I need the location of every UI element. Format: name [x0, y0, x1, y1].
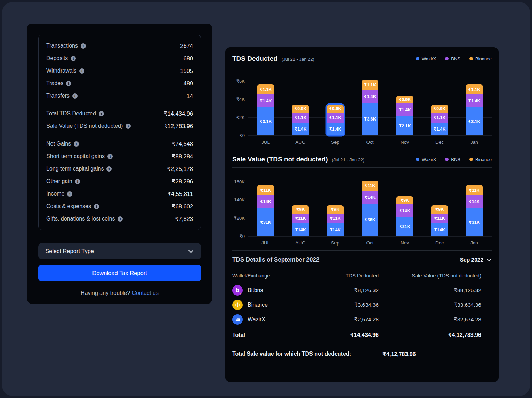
info-icon[interactable]: i — [81, 43, 86, 49]
sale-value-legend: WazirXBNSBinance — [416, 157, 492, 162]
bar-nov[interactable]: ₹2.1K₹1.4K₹0.9K — [396, 96, 413, 135]
segment-binance: ₹11K — [466, 185, 483, 195]
segment-bns: ₹1.4K — [466, 94, 483, 107]
info-icon[interactable]: i — [67, 191, 72, 197]
stat-label: Net Gainsi — [46, 141, 79, 147]
stat-label: Tradesi — [46, 80, 71, 86]
segment-wazirx: ₹14K — [327, 223, 344, 236]
bar-aug[interactable]: ₹1.4K₹1.1K₹0.9K — [292, 105, 309, 135]
info-icon[interactable]: i — [99, 111, 104, 116]
info-icon[interactable]: i — [74, 141, 79, 147]
bar-dec[interactable]: ₹14K₹11K₹9K — [431, 205, 448, 236]
tds-table-total-row: Total ₹14,434.96 ₹4,12,783.96 — [232, 327, 492, 343]
segment-binance: ₹11K — [257, 185, 274, 195]
segment-bns: ₹14K — [466, 195, 483, 208]
tds-deducted-value: ₹2,674.28 — [313, 316, 379, 323]
trouble-text: Having any trouble? — [81, 290, 130, 296]
legend-dot — [416, 158, 419, 161]
segment-binance: ₹9K — [292, 205, 309, 214]
bar-sep[interactable]: ₹1.4K₹1.1K₹0.9K — [327, 105, 344, 135]
stat-value: ₹7,823 — [175, 216, 193, 222]
download-tax-report-button[interactable]: Download Tax Report — [38, 265, 201, 281]
segment-bns: ₹11K — [292, 214, 309, 224]
bar-jan[interactable]: ₹31K₹14K₹11K — [466, 185, 483, 236]
y-axis-labels: ₹6K₹4K₹2K₹0 — [232, 81, 248, 135]
segment-bns: ₹14K — [257, 195, 274, 208]
segment-bns: ₹14K — [362, 191, 378, 204]
plot-area: ₹31K₹14K₹11K₹14K₹11K₹9K₹14K₹11K₹9K₹36K₹1… — [248, 182, 492, 236]
segment-wazirx: ₹3.6K — [362, 103, 378, 135]
bar-jan[interactable]: ₹3.1K₹1.4K₹1.1K — [466, 84, 483, 135]
stat-value: ₹14,434.96 — [164, 110, 193, 117]
segment-bns: ₹1.1K — [327, 113, 344, 123]
legend-item-binance[interactable]: Binance — [469, 157, 492, 162]
tds-table-body: b.Bitbns₹8,126.32₹88,126.32Binance₹3,634… — [232, 283, 492, 327]
info-icon[interactable]: i — [75, 179, 80, 184]
info-icon[interactable]: i — [106, 166, 112, 172]
segment-bns: ₹1.4K — [362, 90, 378, 103]
stat-value: 489 — [183, 80, 193, 87]
group-divider — [46, 105, 193, 105]
table-row: WazirX₹2,674.28₹32,674.28 — [232, 312, 492, 327]
bar-jul[interactable]: ₹31K₹14K₹11K — [257, 185, 274, 236]
legend-item-wazirx[interactable]: WazirX — [416, 157, 436, 162]
stat-row: Net Gainsi₹74,548 — [46, 138, 193, 150]
info-icon[interactable]: i — [107, 154, 113, 159]
table-row: b.Bitbns₹8,126.32₹88,126.32 — [232, 283, 492, 298]
bar-oct[interactable]: ₹36K₹14K₹11K — [362, 181, 378, 236]
tds-deducted-value: ₹3,634.36 — [313, 302, 379, 308]
stat-row: Gifts, donations & lost coinsi₹7,823 — [46, 213, 193, 225]
info-icon[interactable]: i — [118, 216, 123, 222]
total-tds-value: ₹14,434.96 — [313, 332, 379, 338]
bar-dec[interactable]: ₹1.4K₹1.1K₹0.9K — [431, 105, 448, 135]
exchange-name: Binance — [248, 302, 268, 308]
info-icon[interactable]: i — [94, 204, 99, 209]
report-type-select-label: Select Report Type — [45, 248, 94, 255]
segment-binance: ₹11K — [362, 181, 378, 191]
tds-deducted-daterange: (Jul 21 - Jan 22) — [282, 56, 314, 62]
info-icon[interactable]: i — [66, 81, 71, 86]
stat-value: ₹4,55,811 — [167, 191, 193, 197]
tds-details-title: TDS Details of September 2022 — [232, 256, 319, 263]
legend-dot — [469, 57, 473, 60]
segment-wazirx: ₹3.1K — [257, 107, 274, 135]
y-axis-labels: ₹60K₹40K₹20K₹0 — [232, 182, 248, 236]
segment-binance: ₹9K — [396, 196, 413, 205]
segment-binance: ₹9K — [327, 205, 344, 214]
stat-value: ₹88,284 — [172, 153, 193, 160]
segment-wazirx: ₹14K — [431, 223, 448, 236]
month-selector-value: Sep 2022 — [460, 257, 483, 263]
report-type-select[interactable]: Select Report Type — [38, 243, 201, 259]
bar-jul[interactable]: ₹3.1K₹1.4K₹1.1K — [257, 84, 274, 135]
info-icon[interactable]: i — [126, 124, 131, 129]
x-axis-labels: JULAUGSepOctNovDecJan — [248, 240, 492, 246]
segment-binance: ₹0.9K — [396, 96, 413, 104]
stat-label: Short term capital gainsi — [46, 153, 113, 159]
legend-item-bns[interactable]: BNS — [445, 56, 460, 61]
info-icon[interactable]: i — [71, 56, 76, 61]
stat-row: Total TDS Deductedi₹14,434.96 — [46, 107, 193, 120]
info-icon[interactable]: i — [72, 93, 78, 99]
tds-deducted-chart: ₹6K₹4K₹2K₹0₹3.1K₹1.4K₹1.1K₹1.4K₹1.1K₹0.9… — [232, 67, 492, 150]
month-selector[interactable]: Sep 2022 — [460, 257, 492, 263]
stat-value: 14 — [187, 93, 193, 99]
contact-us-link[interactable]: Contact us — [132, 290, 158, 296]
segment-bns: ₹1.1K — [292, 113, 309, 123]
tds-deducted-value: ₹8,126.32 — [313, 287, 379, 293]
stat-value: ₹12,783.96 — [164, 123, 193, 130]
stat-value: ₹28,296 — [172, 178, 193, 185]
legend-item-wazirx[interactable]: WazirX — [416, 56, 436, 61]
exchange-name: Bitbns — [248, 287, 263, 293]
bar-sep[interactable]: ₹14K₹11K₹9K — [327, 205, 344, 236]
bar-nov[interactable]: ₹21K₹14K₹9K — [396, 196, 413, 236]
legend-item-bns[interactable]: BNS — [445, 157, 460, 162]
segment-bns: ₹1.4K — [396, 103, 413, 116]
bar-aug[interactable]: ₹14K₹11K₹9K — [292, 205, 309, 236]
tds-deducted-header: TDS Deducted (Jul 21 - Jan 22) WazirXBNS… — [232, 52, 492, 67]
bar-oct[interactable]: ₹3.6K₹1.4K₹1.1K — [362, 80, 378, 135]
app-background: Transactionsi2674Depositsi680Withdrawals… — [2, 2, 530, 396]
info-icon[interactable]: i — [79, 68, 84, 74]
legend-item-binance[interactable]: Binance — [469, 56, 492, 61]
sale-value-chart: ₹60K₹40K₹20K₹0₹31K₹14K₹11K₹14K₹11K₹9K₹14… — [232, 168, 492, 251]
segment-binance: ₹1.1K — [362, 80, 378, 90]
